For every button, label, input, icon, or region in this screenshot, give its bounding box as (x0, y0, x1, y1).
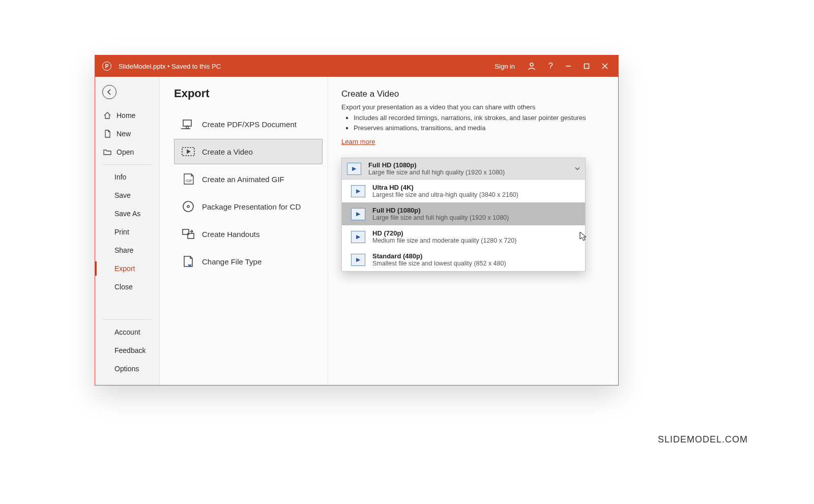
resolution-icon: ▶ (351, 254, 365, 266)
svg-rect-5 (183, 120, 191, 126)
svg-rect-2 (585, 64, 589, 69)
page-title: Export (174, 87, 323, 100)
detail-bullets: Includes all recorded timings, narration… (341, 113, 607, 133)
dropdown-option-desc: Largest file size and ultra-high quality… (372, 191, 518, 198)
svg-point-11 (187, 205, 189, 207)
sidebar-info[interactable]: Info (95, 168, 159, 186)
maximize-button[interactable] (577, 55, 596, 77)
sidebar-share[interactable]: Share (95, 241, 159, 259)
resolution-icon: ▶ (351, 185, 365, 197)
svg-text:GIF: GIF (186, 179, 192, 183)
export-option-video[interactable]: Create a Video (174, 139, 323, 164)
sidebar-close[interactable]: Close (95, 278, 159, 296)
sidebar-export[interactable]: Export (95, 259, 159, 278)
app-window: P SlideModel.pptx • Saved to this PC Sig… (95, 55, 619, 386)
export-options-column: Export Create PDF/XPS Document Create a … (160, 77, 328, 385)
sidebar-save-as[interactable]: Save As (95, 204, 159, 223)
close-button[interactable] (596, 55, 614, 77)
dropdown-option-480p[interactable]: ▶ Standard (480p) Smallest file size and… (342, 248, 585, 271)
detail-subtext: Export your presentation as a video that… (341, 103, 607, 111)
export-option-filetype[interactable]: Change File Type (174, 249, 323, 274)
dropdown-option-title: Ultra HD (4K) (372, 184, 518, 191)
export-option-label: Create Handouts (202, 230, 259, 239)
detail-heading: Create a Video (341, 89, 607, 99)
handouts-icon (180, 227, 197, 241)
document-title: SlideModel.pptx • Saved to this PC (119, 63, 221, 70)
account-icon[interactable] (521, 55, 542, 77)
export-option-label: Change File Type (202, 257, 261, 266)
sidebar-print[interactable]: Print (95, 223, 159, 241)
dropdown-selected-title: Full HD (1080p) (368, 161, 505, 169)
export-option-label: Create an Animated GIF (202, 175, 284, 184)
help-icon[interactable]: ? (542, 55, 559, 77)
sidebar-account[interactable]: Account (95, 323, 159, 341)
resolution-icon: ▶ (351, 208, 365, 220)
dropdown-selected-desc: Large file size and full high quality (1… (368, 169, 505, 176)
detail-bullet: Preserves animations, transitions, and m… (354, 123, 607, 133)
export-option-label: Create PDF/XPS Document (202, 120, 297, 129)
minimize-button[interactable] (559, 55, 577, 77)
dropdown-option-desc: Medium file size and moderate quality (1… (372, 237, 516, 244)
detail-bullet: Includes all recorded timings, narration… (354, 113, 607, 123)
export-detail-column: Create a Video Export your presentation … (328, 77, 618, 385)
dropdown-option-1080p[interactable]: ▶ Full HD (1080p) Large file size and fu… (342, 202, 585, 225)
resolution-icon: ▶ (347, 163, 361, 175)
svg-point-0 (530, 63, 533, 66)
learn-more-link[interactable]: Learn more (341, 138, 375, 145)
sign-in-button[interactable]: Sign in (488, 55, 521, 77)
sidebar-label: Open (117, 148, 134, 156)
pdf-icon (180, 117, 197, 131)
export-option-pdf[interactable]: Create PDF/XPS Document (174, 111, 323, 137)
dropdown-option-desc: Smallest file size and lowest quality (8… (372, 260, 506, 267)
powerpoint-icon: P (102, 62, 111, 71)
watermark: SLIDEMODEL.COM (658, 434, 748, 445)
sidebar-options[interactable]: Options (95, 360, 159, 378)
chevron-down-icon (575, 165, 580, 172)
dropdown-option-desc: Large file size and full high quality (1… (372, 214, 509, 221)
resolution-icon: ▶ (351, 231, 365, 243)
video-icon (180, 144, 197, 159)
titlebar: P SlideModel.pptx • Saved to this PC Sig… (95, 55, 618, 77)
export-option-gif[interactable]: GIF Create an Animated GIF (174, 166, 323, 192)
sidebar-home[interactable]: Home (95, 106, 159, 125)
dropdown-selected[interactable]: ▶ Full HD (1080p) Large file size and fu… (342, 158, 585, 180)
export-option-label: Package Presentation for CD (202, 202, 301, 211)
gif-icon: GIF (180, 172, 197, 186)
dropdown-option-720p[interactable]: ▶ HD (720p) Medium file size and moderat… (342, 225, 585, 248)
sidebar-label: Home (117, 111, 135, 120)
filetype-icon (180, 254, 197, 269)
dropdown-option-title: Full HD (1080p) (372, 206, 509, 214)
sidebar-feedback[interactable]: Feedback (95, 341, 159, 360)
svg-point-10 (183, 201, 193, 212)
export-option-cd[interactable]: Package Presentation for CD (174, 194, 323, 219)
video-quality-dropdown: ▶ Full HD (1080p) Large file size and fu… (341, 158, 586, 272)
sidebar-open[interactable]: Open (95, 143, 159, 161)
back-button[interactable] (102, 85, 117, 99)
dropdown-option-4k[interactable]: ▶ Ultra HD (4K) Largest file size and ul… (342, 180, 585, 202)
export-option-handouts[interactable]: Create Handouts (174, 221, 323, 247)
backstage-sidebar: Home New Open Info Save Save As Print Sh… (95, 77, 160, 385)
cd-icon (180, 199, 197, 214)
dropdown-option-title: HD (720p) (372, 229, 516, 237)
sidebar-new[interactable]: New (95, 125, 159, 143)
sidebar-save[interactable]: Save (95, 186, 159, 204)
export-option-label: Create a Video (202, 147, 253, 156)
dropdown-option-title: Standard (480p) (372, 252, 506, 260)
sidebar-label: New (117, 130, 131, 138)
